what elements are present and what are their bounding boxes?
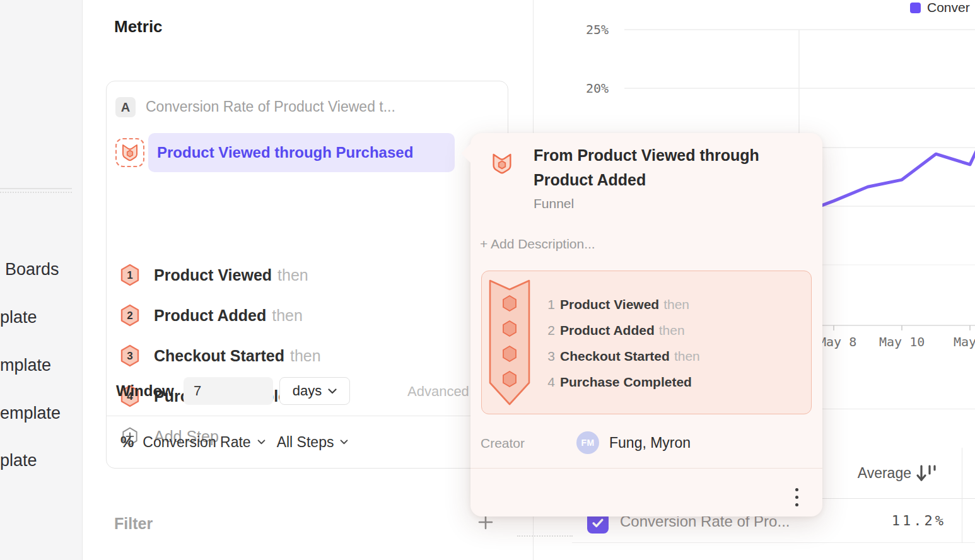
step-3-name: Checkout Started [154, 347, 284, 365]
window-unit-select[interactable]: days [279, 377, 350, 405]
step-3-connector: then [290, 347, 321, 365]
step-1-connector: then [277, 266, 308, 284]
svg-text:1: 1 [127, 269, 132, 281]
table-row-average-value: 11.2% [892, 513, 946, 528]
svg-text:3: 3 [127, 350, 132, 362]
popover-title: From Product Viewed through Product Adde… [534, 143, 776, 192]
chevron-down-icon[interactable] [257, 440, 266, 445]
sort-descending-icon[interactable] [916, 464, 938, 486]
funnel-mark-icon [121, 143, 139, 162]
step-2-name: Product Added [154, 306, 266, 325]
measure-type-dropdown[interactable]: Conversion Rate [143, 434, 250, 451]
checkmark-icon [590, 515, 606, 531]
canvas-dotted-edge [517, 535, 573, 537]
selected-event-pill[interactable]: Product Viewed through Purchased [148, 133, 455, 172]
sidebar-dotted-divider [0, 192, 72, 193]
chevron-down-icon [328, 388, 337, 394]
popover-footer-divider [470, 468, 822, 469]
step-row-3[interactable]: 3 Checkout Started then [120, 344, 321, 367]
add-description-link[interactable]: + Add Description... [480, 236, 595, 252]
left-sidebar: Boards plate mplate emplate plate [0, 0, 83, 560]
x-axis-tick-may10: May 10 [879, 334, 925, 349]
steps-scope-dropdown[interactable]: All Steps [277, 434, 334, 451]
filter-section-title: Filter [114, 515, 153, 533]
creator-name: Fung, Myron [609, 435, 691, 452]
sidebar-item-boards[interactable]: Boards [5, 260, 59, 279]
metric-section-title: Metric [114, 17, 163, 37]
table-column-border [962, 448, 962, 543]
sidebar-item-template-3[interactable]: emplate [0, 404, 61, 423]
funnel-mark-icon [491, 152, 513, 178]
popover-step-1: 1 Product Viewed then [545, 297, 689, 312]
table-row-border [572, 542, 975, 543]
sidebar-item-template-2[interactable]: mplate [0, 356, 51, 375]
app-screen: Conver 25% 20% May 8 May 10 May Average [0, 0, 975, 560]
y-axis-tick-25: 25% [580, 22, 609, 37]
conversion-rate-line [800, 92, 975, 214]
funnel-banner-icon [488, 278, 532, 409]
advanced-link[interactable]: Advanced [407, 383, 469, 400]
step-1-name: Product Viewed [154, 266, 272, 284]
kebab-menu-icon[interactable] [789, 484, 804, 510]
step-2-connector: then [272, 306, 303, 325]
percent-icon: % [120, 433, 134, 451]
sidebar-item-template-4[interactable]: plate [0, 451, 37, 470]
sidebar-item-template-1[interactable]: plate [0, 308, 37, 327]
step-row-1[interactable]: 1 Product Viewed then [120, 264, 308, 286]
funnel-event-icon[interactable] [115, 138, 144, 167]
measure-row: % Conversion Rate All Steps [120, 433, 359, 451]
chevron-down-icon[interactable] [340, 440, 348, 445]
window-label: Window [116, 382, 174, 400]
step-row-2[interactable]: 2 Product Added then [120, 304, 303, 327]
window-unit-value: days [293, 383, 322, 399]
creator-avatar: FM [576, 431, 599, 454]
card-divider [107, 416, 508, 416]
step-2-badge: 2 [120, 304, 140, 327]
series-a-badge: A [115, 97, 136, 117]
popover-step-4: 4 Purchase Completed [545, 375, 692, 390]
metric-card: A Conversion Rate of Product Viewed t...… [106, 81, 508, 469]
creator-label: Creator [481, 436, 525, 451]
step-1-badge: 1 [120, 264, 140, 286]
sidebar-divider [0, 188, 72, 189]
funnel-details-popover: From Product Viewed through Product Adde… [470, 133, 822, 516]
popover-step-3: 3 Checkout Started then [545, 349, 700, 364]
x-axis-tick-may12: May [954, 334, 975, 349]
popover-type-label: Funnel [534, 196, 574, 211]
x-axis-tick-may8: May 8 [819, 334, 856, 349]
svg-text:2: 2 [127, 310, 132, 322]
funnel-preview-box: 1 Product Viewed then 2 Product Added th… [481, 271, 812, 414]
step-3-badge: 3 [120, 344, 140, 367]
series-title[interactable]: Conversion Rate of Product Viewed t... [146, 98, 395, 115]
window-value-input[interactable] [184, 377, 273, 405]
y-axis-tick-20: 20% [580, 81, 609, 96]
popover-step-2: 2 Product Added then [545, 323, 685, 338]
